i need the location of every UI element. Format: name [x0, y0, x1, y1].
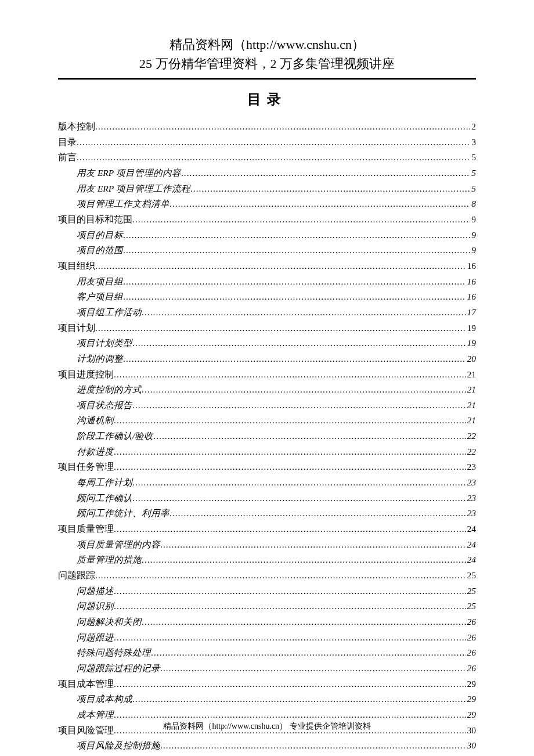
- document-page: 精品资料网（http://www.cnshu.cn） 25 万份精华管理资料，2…: [0, 0, 534, 756]
- toc-entry[interactable]: 项目的目标9: [58, 228, 476, 243]
- toc-entry-page: 24: [466, 521, 477, 537]
- toc-entry[interactable]: 用友 ERP 项目管理的内容5: [58, 165, 476, 181]
- toc-entry[interactable]: 问题解决和关闭26: [58, 614, 476, 630]
- toc-entry-page: 5: [470, 181, 476, 197]
- toc-entry-page: 9: [470, 228, 476, 243]
- toc-entry-page: 2: [470, 119, 476, 135]
- toc-entry-page: 16: [466, 258, 477, 274]
- toc-entry-label: 用友 ERP 项目管理的内容: [77, 165, 181, 181]
- toc-entry[interactable]: 项目组工作活动17: [58, 305, 476, 321]
- toc-entry[interactable]: 阶段工作确认/验收22: [58, 429, 476, 444]
- toc-entry-page: 29: [466, 707, 477, 723]
- toc-leader-dots: [114, 599, 466, 614]
- toc-entry-page: 19: [466, 321, 477, 336]
- toc-entry[interactable]: 项目风险及控制措施30: [58, 738, 476, 754]
- toc-entry-page: 22: [466, 444, 477, 460]
- toc-leader-dots: [95, 119, 470, 135]
- toc-entry[interactable]: 项目状态报告21: [58, 398, 476, 413]
- toc-entry[interactable]: 问题跟踪过程的记录26: [58, 661, 476, 676]
- toc-entry-label: 成本管理: [77, 707, 114, 723]
- toc-entry[interactable]: 项目成本构成29: [58, 692, 476, 707]
- toc-entry-label: 项目进度控制: [58, 367, 114, 383]
- table-of-contents: 版本控制2目录3前言5用友 ERP 项目管理的内容5用友 ERP 项目管理工作流…: [58, 119, 476, 754]
- toc-entry-page: 5: [470, 150, 476, 165]
- toc-entry[interactable]: 前言5: [58, 150, 476, 165]
- toc-entry-page: 26: [466, 614, 477, 630]
- toc-entry[interactable]: 用友项目组16: [58, 274, 476, 290]
- toc-leader-dots: [123, 289, 466, 305]
- toc-leader-dots: [132, 212, 470, 228]
- toc-entry[interactable]: 问题跟踪25: [58, 568, 476, 584]
- toc-entry[interactable]: 项目组织16: [58, 258, 476, 274]
- toc-entry-page: 3: [470, 135, 476, 150]
- toc-leader-dots: [114, 676, 466, 692]
- toc-leader-dots: [181, 165, 470, 181]
- header-tagline: 25 万份精华管理资料，2 万多集管理视频讲座: [58, 54, 476, 73]
- toc-entry[interactable]: 版本控制2: [58, 119, 476, 135]
- toc-entry-label: 沟通机制: [77, 413, 114, 429]
- toc-entry-page: 20: [466, 351, 477, 367]
- toc-entry-label: 项目任务管理: [58, 459, 114, 475]
- toc-entry[interactable]: 每周工作计划23: [58, 475, 476, 491]
- toc-leader-dots: [95, 568, 466, 584]
- toc-entry-label: 项目的范围: [77, 243, 123, 258]
- toc-entry-label: 用友 ERP 项目管理工作流程: [77, 181, 190, 197]
- toc-leader-dots: [142, 305, 466, 321]
- toc-entry-page: 21: [466, 367, 477, 383]
- toc-entry-page: 8: [470, 196, 476, 212]
- toc-entry[interactable]: 项目计划19: [58, 321, 476, 336]
- toc-entry[interactable]: 问题识别25: [58, 599, 476, 614]
- toc-leader-dots: [114, 444, 466, 460]
- toc-entry[interactable]: 问题跟进26: [58, 630, 476, 646]
- toc-entry-label: 项目成本管理: [58, 676, 114, 692]
- toc-leader-dots: [77, 135, 470, 150]
- toc-entry[interactable]: 问题描述25: [58, 584, 476, 599]
- toc-entry[interactable]: 项目质量管理的内容24: [58, 537, 476, 553]
- toc-leader-dots: [169, 506, 466, 521]
- toc-entry-page: 21: [466, 413, 477, 429]
- toc-entry[interactable]: 特殊问题特殊处理26: [58, 645, 476, 661]
- toc-entry-label: 版本控制: [58, 119, 95, 135]
- toc-entry[interactable]: 成本管理29: [58, 707, 476, 723]
- toc-entry-page: 25: [466, 568, 477, 584]
- toc-entry-page: 16: [466, 274, 477, 290]
- toc-leader-dots: [132, 336, 466, 351]
- toc-entry-page: 29: [466, 692, 477, 707]
- toc-entry[interactable]: 客户项目组16: [58, 289, 476, 305]
- toc-entry-page: 23: [466, 475, 477, 491]
- toc-entry[interactable]: 项目进度控制21: [58, 367, 476, 383]
- toc-entry-label: 项目管理工作文档清单: [77, 196, 169, 212]
- toc-entry-label: 问题描述: [77, 584, 114, 599]
- toc-leader-dots: [123, 228, 470, 243]
- toc-entry-label: 进度控制的方式: [77, 382, 142, 398]
- toc-leader-dots: [160, 738, 466, 754]
- toc-entry-page: 9: [470, 212, 476, 228]
- toc-leader-dots: [142, 614, 466, 630]
- toc-entry[interactable]: 顾问工作统计、利用率23: [58, 506, 476, 521]
- toc-entry[interactable]: 顾问工作确认23: [58, 491, 476, 506]
- toc-entry[interactable]: 项目计划类型19: [58, 336, 476, 351]
- toc-entry-label: 项目计划类型: [77, 336, 132, 351]
- toc-entry[interactable]: 项目任务管理23: [58, 459, 476, 475]
- toc-entry-page: 26: [466, 645, 477, 661]
- toc-entry[interactable]: 付款进度22: [58, 444, 476, 460]
- toc-entry[interactable]: 质量管理的措施24: [58, 552, 476, 568]
- toc-entry-page: 25: [466, 599, 477, 614]
- toc-entry[interactable]: 计划的调整20: [58, 351, 476, 367]
- toc-entry[interactable]: 项目管理工作文档清单8: [58, 196, 476, 212]
- toc-leader-dots: [153, 429, 466, 444]
- toc-entry[interactable]: 目录3: [58, 135, 476, 150]
- toc-entry-label: 项目质量管理的内容: [77, 537, 160, 553]
- toc-entry[interactable]: 用友 ERP 项目管理工作流程5: [58, 181, 476, 197]
- toc-entry[interactable]: 项目质量管理24: [58, 521, 476, 537]
- toc-entry[interactable]: 项目成本管理29: [58, 676, 476, 692]
- toc-leader-dots: [95, 321, 466, 336]
- toc-entry[interactable]: 项目的范围9: [58, 243, 476, 258]
- toc-entry[interactable]: 沟通机制21: [58, 413, 476, 429]
- toc-entry-label: 项目组织: [58, 258, 95, 274]
- toc-leader-dots: [132, 475, 466, 491]
- toc-entry[interactable]: 进度控制的方式21: [58, 382, 476, 398]
- toc-entry[interactable]: 项目的目标和范围9: [58, 212, 476, 228]
- toc-leader-dots: [123, 351, 466, 367]
- header-site-name: 精品资料网（http://www.cnshu.cn）: [58, 35, 476, 54]
